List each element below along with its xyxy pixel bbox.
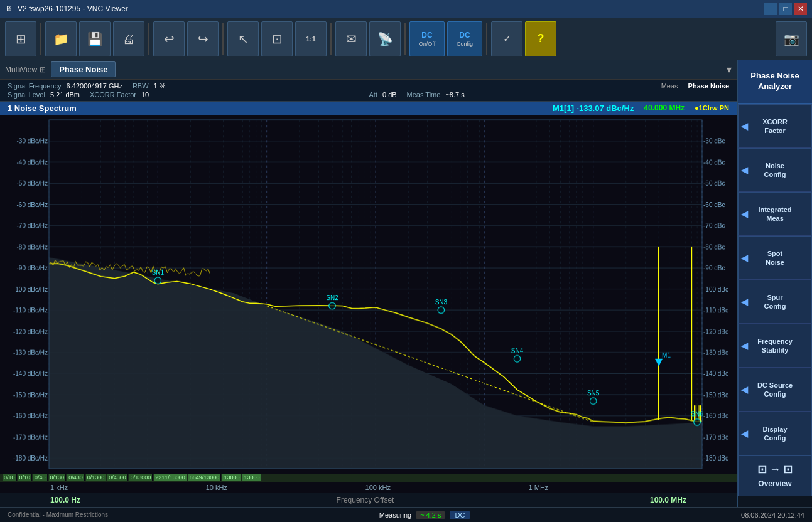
tab-dropdown-btn[interactable]: ▾ [727,63,732,75]
spectrum-indicator: ●1Clrw PN [695,104,729,112]
prog-seg-8: 0/13000 [129,474,153,481]
spectrum-title-text: 1 Noise Spectrum [8,104,77,113]
prog-seg-10: 6649/13000 [188,474,222,481]
help-btn[interactable]: ? [525,21,556,56]
print-btn[interactable]: 🖨 [113,21,144,56]
signal-btn[interactable]: 📡 [369,21,401,56]
undo-btn[interactable]: ↩ [153,21,185,56]
meas-time-val: ~8.7 s [445,91,464,99]
redo-btn[interactable]: ↪ [187,21,219,56]
x-label-100khz: 100 kHz [365,484,391,491]
chart-container [0,115,737,474]
display-config-arrow-icon: ◀ [741,428,748,439]
close-btn[interactable]: ✕ [794,3,807,15]
x-axis: 1 kHz 10 kHz 100 kHz 1 MHz [0,482,737,493]
zoom-1to1-btn[interactable]: 1:1 [295,21,327,56]
status-bar: Confidential - Maximum Restrictions Meas… [0,507,812,522]
xcorr-factor-btn[interactable]: ◀ XCORRFactor [738,104,812,148]
spur-config-btn[interactable]: ◀ SpurConfig [738,280,812,324]
start-menu-btn[interactable]: ⊞ [5,21,36,56]
spur-config-arrow-icon: ◀ [741,296,748,307]
status-measuring: Measuring [379,511,411,519]
att-val: 0 dB [382,91,397,99]
spot-noise-btn[interactable]: ◀ SpotNoise [738,236,812,280]
rbw-val: 1 % [154,82,166,90]
maximize-btn[interactable]: □ [779,3,792,15]
freq-stability-arrow-icon: ◀ [741,340,748,351]
meas-type-val: Phase Noise [688,82,729,90]
marker-info-text: M1[1] -133.07 dBc/Hz [553,104,634,113]
marker-btn[interactable]: ✓ [491,21,522,56]
integrated-meas-btn[interactable]: ◀ IntegratedMeas [738,192,812,236]
separator-6 [486,23,487,55]
signal-level-key: Signal Level [8,91,45,99]
prog-seg-7: 0/4300 [107,474,128,481]
main-area: MultiView ⊞ Phase Noise ▾ Signal Frequen… [0,60,812,507]
signal-level-val: 5.21 dBm [50,91,80,99]
prog-seg-1: 0/10 [3,474,17,481]
spectrum-title-bar: 1 Noise Spectrum M1[1] -133.07 dBc/Hz 40… [0,102,737,115]
minimize-btn[interactable]: ─ [764,3,777,15]
info-bar: Signal Frequency 6.420004917 GHz RBW 1 %… [0,80,737,102]
multiview-label: MultiView [5,65,37,74]
freq-end: 100.0 MHz [650,496,686,504]
prog-seg-9: 2211/13000 [154,474,187,481]
noise-config-arrow-icon: ◀ [741,164,748,176]
separator-2 [148,23,149,55]
frequency-stability-label: FrequencyStability [757,337,793,355]
frequency-stability-btn[interactable]: ◀ FrequencyStability [738,324,812,368]
signal-freq-val: 6.420004917 GHz [67,82,122,90]
window-icon: 🖥 [5,4,13,13]
display-config-btn[interactable]: ◀ DisplayConfig [738,412,812,455]
spur-config-label: SpurConfig [764,293,786,311]
main-chart-canvas [0,115,737,474]
overview-icon-2: → [769,462,781,477]
spot-noise-label: SpotNoise [766,249,784,267]
window-title: V2 fswp26-101295 - VNC Viewer [18,4,128,13]
screenshot-btn[interactable]: 📷 [776,21,807,56]
integrated-meas-arrow-icon: ◀ [741,208,748,220]
separator-5 [404,23,406,55]
freq-offset-label: Frequency Offset [337,496,394,504]
open-btn[interactable]: 📁 [45,21,77,56]
x-label-1mhz: 1 MHz [529,484,549,491]
zoom-select-btn[interactable]: ⊡ [261,21,293,56]
multiview-icon[interactable]: ⊞ [40,65,46,74]
sidebar: Phase Noise Analyzer ◀ XCORRFactor ◀ Noi… [737,60,812,507]
pna-header-text: Phase Noise Analyzer [740,71,809,92]
prog-seg-6: 0/1300 [86,474,107,481]
cursor-btn[interactable]: ↖ [227,21,259,56]
envelope-btn[interactable]: ✉ [335,21,367,56]
rbw-key: RBW [133,82,149,90]
x-label-1khz: 1 kHz [50,484,68,491]
title-bar: 🖥 V2 fswp26-101295 - VNC Viewer ─ □ ✕ [0,0,812,18]
overview-icon-3: ⊡ [783,462,793,477]
prog-seg-11: 13000 [222,474,241,481]
save-btn[interactable]: 💾 [79,21,111,56]
freq-footer: 100.0 Hz Frequency Offset 100.0 MHz [0,493,737,507]
separator-4 [330,23,332,55]
overview-btn[interactable]: ⊡ → ⊡ Overview [738,455,812,496]
overview-label: Overview [758,479,791,489]
noise-config-btn[interactable]: ◀ NoiseConfig [738,148,812,192]
separator-3 [222,23,224,55]
overview-icon-1: ⊡ [757,462,767,477]
prog-seg-12: 13000 [242,474,261,481]
xcorr-key: XCORR Factor [90,91,136,99]
chart-area: MultiView ⊞ Phase Noise ▾ Signal Frequen… [0,60,737,507]
prog-seg-3: 0/40 [33,474,48,481]
status-confidential: Confidential - Maximum Restrictions [8,511,108,518]
noise-config-label: NoiseConfig [764,161,786,179]
status-dc-badge: DC [450,511,470,519]
signal-freq-key: Signal Frequency [8,82,62,90]
prog-seg-2: 0/10 [18,474,33,481]
dc-onoff-btn[interactable]: DC On/Off [409,21,445,56]
dc-source-config-btn[interactable]: ◀ DC SourceConfig [738,368,812,412]
dc-config-btn[interactable]: DC Config [447,21,482,56]
phase-noise-tab[interactable]: Phase Noise [51,61,116,77]
status-time-badge: ~ 4.2 s [416,511,445,519]
marker-freq-text: 40.000 MHz [644,104,685,112]
freq-start: 100.0 Hz [50,496,80,504]
prog-seg-4: 0/130 [49,474,67,481]
meas-label: Meas [661,82,678,90]
